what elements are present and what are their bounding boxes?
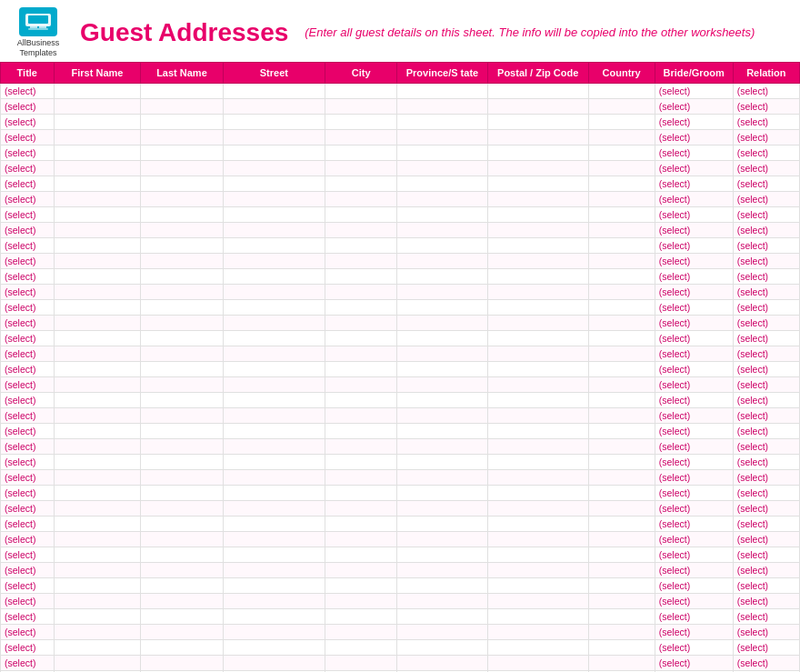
table-cell[interactable]	[397, 191, 488, 206]
table-row[interactable]: (select)(select)(select)	[1, 485, 800, 500]
table-cell[interactable]: (select)	[733, 531, 799, 547]
table-cell[interactable]	[325, 423, 397, 438]
table-cell[interactable]: (select)	[655, 98, 733, 114]
table-cell[interactable]	[54, 176, 141, 191]
table-cell[interactable]	[487, 83, 588, 98]
table-cell[interactable]	[223, 98, 325, 114]
table-cell[interactable]: (select)	[1, 392, 55, 407]
table-cell[interactable]	[141, 284, 223, 299]
table-cell[interactable]: (select)	[655, 299, 733, 315]
table-cell[interactable]: (select)	[733, 376, 799, 392]
table-cell[interactable]	[54, 237, 141, 253]
table-cell[interactable]	[325, 577, 397, 593]
table-cell[interactable]	[54, 608, 141, 624]
table-cell[interactable]	[54, 206, 141, 222]
table-cell[interactable]	[54, 392, 141, 407]
table-cell[interactable]: (select)	[1, 222, 55, 237]
table-cell[interactable]	[141, 655, 223, 670]
table-cell[interactable]	[487, 191, 588, 206]
table-cell[interactable]	[325, 206, 397, 222]
table-row[interactable]: (select)(select)(select)	[1, 268, 800, 284]
table-cell[interactable]	[325, 83, 397, 98]
table-cell[interactable]: (select)	[733, 407, 799, 423]
table-cell[interactable]: (select)	[733, 423, 799, 438]
table-cell[interactable]	[397, 145, 488, 160]
table-cell[interactable]	[487, 361, 588, 376]
table-cell[interactable]: (select)	[655, 83, 733, 98]
table-cell[interactable]	[397, 206, 488, 222]
table-cell[interactable]	[325, 407, 397, 423]
table-cell[interactable]	[54, 361, 141, 376]
table-cell[interactable]: (select)	[733, 222, 799, 237]
table-cell[interactable]	[54, 114, 141, 129]
table-cell[interactable]	[223, 330, 325, 346]
table-cell[interactable]	[487, 485, 588, 500]
table-cell[interactable]	[325, 145, 397, 160]
table-cell[interactable]	[325, 516, 397, 531]
table-cell[interactable]	[54, 253, 141, 268]
table-cell[interactable]	[141, 346, 223, 361]
table-cell[interactable]: (select)	[1, 330, 55, 346]
table-cell[interactable]	[325, 608, 397, 624]
table-cell[interactable]: (select)	[1, 361, 55, 376]
table-cell[interactable]	[54, 593, 141, 608]
table-cell[interactable]	[397, 438, 488, 454]
table-cell[interactable]	[487, 392, 588, 407]
table-cell[interactable]	[223, 83, 325, 98]
table-row[interactable]: (select)(select)(select)	[1, 392, 800, 407]
table-cell[interactable]	[223, 516, 325, 531]
table-cell[interactable]	[397, 624, 488, 639]
table-row[interactable]: (select)(select)(select)	[1, 562, 800, 577]
table-cell[interactable]	[487, 531, 588, 547]
table-cell[interactable]: (select)	[733, 469, 799, 485]
table-cell[interactable]	[487, 129, 588, 145]
table-cell[interactable]: (select)	[655, 655, 733, 670]
table-cell[interactable]	[325, 114, 397, 129]
table-cell[interactable]	[325, 299, 397, 315]
table-cell[interactable]: (select)	[733, 129, 799, 145]
table-cell[interactable]: (select)	[733, 438, 799, 454]
table-cell[interactable]	[487, 253, 588, 268]
table-cell[interactable]	[54, 376, 141, 392]
table-cell[interactable]	[54, 83, 141, 98]
table-cell[interactable]: (select)	[655, 237, 733, 253]
table-cell[interactable]: (select)	[733, 114, 799, 129]
table-cell[interactable]: (select)	[1, 454, 55, 469]
table-cell[interactable]: (select)	[733, 608, 799, 624]
table-cell[interactable]	[397, 423, 488, 438]
table-cell[interactable]: (select)	[1, 191, 55, 206]
table-cell[interactable]	[397, 376, 488, 392]
table-cell[interactable]: (select)	[733, 639, 799, 655]
table-cell[interactable]	[588, 608, 655, 624]
table-cell[interactable]: (select)	[733, 593, 799, 608]
table-cell[interactable]	[487, 206, 588, 222]
table-cell[interactable]: (select)	[655, 284, 733, 299]
table-cell[interactable]	[141, 423, 223, 438]
table-cell[interactable]	[397, 577, 488, 593]
table-cell[interactable]: (select)	[733, 516, 799, 531]
table-cell[interactable]	[397, 222, 488, 237]
table-cell[interactable]: (select)	[733, 330, 799, 346]
table-cell[interactable]: (select)	[1, 83, 55, 98]
table-cell[interactable]	[487, 547, 588, 562]
table-cell[interactable]	[397, 500, 488, 516]
table-cell[interactable]	[54, 454, 141, 469]
table-cell[interactable]	[54, 639, 141, 655]
table-cell[interactable]	[223, 407, 325, 423]
table-cell[interactable]	[588, 268, 655, 284]
table-cell[interactable]: (select)	[655, 407, 733, 423]
table-row[interactable]: (select)(select)(select)	[1, 191, 800, 206]
table-cell[interactable]: (select)	[1, 423, 55, 438]
table-cell[interactable]	[588, 562, 655, 577]
table-cell[interactable]: (select)	[733, 346, 799, 361]
table-cell[interactable]: (select)	[1, 206, 55, 222]
table-cell[interactable]	[54, 438, 141, 454]
table-cell[interactable]: (select)	[1, 438, 55, 454]
table-cell[interactable]	[397, 454, 488, 469]
table-cell[interactable]: (select)	[655, 516, 733, 531]
table-cell[interactable]: (select)	[733, 176, 799, 191]
table-cell[interactable]	[487, 160, 588, 176]
table-cell[interactable]: (select)	[1, 98, 55, 114]
table-cell[interactable]	[588, 83, 655, 98]
table-cell[interactable]	[397, 315, 488, 330]
